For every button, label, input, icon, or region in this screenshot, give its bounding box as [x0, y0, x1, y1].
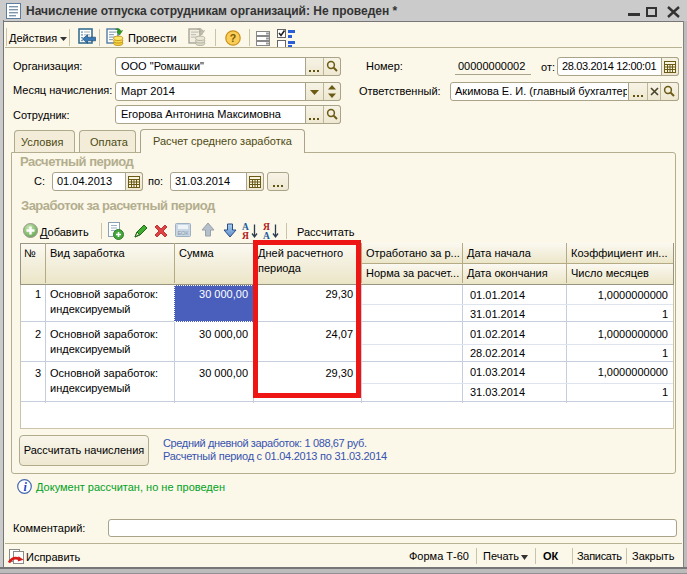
svg-text:А: А — [263, 231, 270, 240]
svg-text:Я: Я — [242, 231, 249, 240]
svg-text:ЕОК: ЕОК — [177, 230, 189, 236]
svg-text:?: ? — [230, 32, 236, 44]
